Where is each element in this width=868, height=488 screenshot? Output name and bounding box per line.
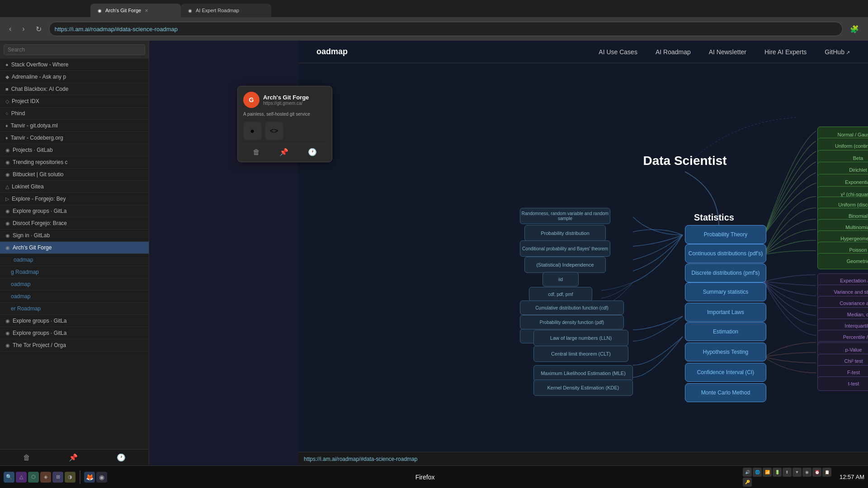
list-item[interactable]: ◉The Tor Project / Orga (0, 339, 149, 352)
list-item[interactable]: g Roadmap (0, 266, 149, 278)
node-estimation[interactable]: Estimation (685, 322, 766, 341)
list-item[interactable]: ◉Explore groups · GitLa (0, 315, 149, 327)
node-continuous-dist[interactable]: Continuous distributions (pdf's) (685, 244, 766, 263)
list-item[interactable]: ◉Bitbucket | Git solutio (0, 169, 149, 181)
node-ttest[interactable]: t-test (817, 376, 868, 391)
node-important-laws[interactable]: Important Laws (685, 303, 766, 322)
close-icon[interactable]: ✕ (145, 8, 148, 13)
node-statistical-independence[interactable]: (Statistical) Independence (524, 257, 606, 273)
tab-airoadmap[interactable]: ◉ AI Expert Roadmap (181, 4, 271, 17)
sidebar: ●Stack Overflow - Where ◆Adrenaline - As… (0, 41, 149, 465)
list-item[interactable]: ◉Explore groups · GitLa (0, 327, 149, 339)
node-prob-dist[interactable]: Probability distribution (524, 225, 606, 241)
list-item[interactable]: oadmap (0, 254, 149, 266)
tray-icon-1[interactable]: 🔊 (743, 468, 752, 477)
back-button[interactable]: ‹ (5, 23, 15, 35)
node-iid[interactable]: iid (542, 272, 579, 286)
task-icon-git[interactable]: ◉ (96, 472, 107, 483)
list-item[interactable]: ♦Tanvir - Codeberg.org (0, 132, 149, 144)
tray-icon-7[interactable]: ◉ (802, 468, 811, 477)
node-geometric[interactable]: Geometric (817, 253, 868, 269)
taskbar-icon-4[interactable]: ◈ (40, 472, 51, 483)
list-item[interactable]: oadmap (0, 278, 149, 291)
list-item[interactable]: ◇Project IDX (0, 95, 149, 108)
list-item[interactable]: ◉Disroot Forgejo: Brace (0, 217, 149, 230)
list-item[interactable]: ▷Explore - Forgejo: Bey (0, 193, 149, 205)
content-area: G Arch's Git Forge https://git.gmem.ca/ … (149, 41, 868, 465)
list-item-archgitforge[interactable]: ◉Arch's Git Forge (0, 242, 149, 254)
node-discrete-dist[interactable]: Discrete distributions (pmf's) (685, 263, 766, 282)
taskbar-icon-1[interactable]: 🔍 (4, 472, 14, 483)
taskbar-time: 12:57 AM (840, 474, 864, 480)
tray-icon-3[interactable]: 📶 (763, 468, 772, 477)
nav-roadmap[interactable]: AI Roadmap (656, 48, 691, 56)
search-input[interactable] (4, 44, 145, 55)
node-cdf[interactable]: Cumulative distribution function (cdf) (520, 300, 624, 315)
popup-history-button[interactable]: 🕐 (308, 148, 317, 156)
delete-button[interactable]: 🗑 (23, 453, 30, 462)
tab-archgitforge[interactable]: ◉ Arch's Git Forge ✕ (90, 4, 181, 17)
list-item[interactable]: ◉Sign in · GitLab (0, 230, 149, 242)
nav-hire[interactable]: Hire AI Experts (764, 48, 807, 56)
pin-button[interactable]: 📌 (69, 453, 78, 462)
node-hypothesis-testing[interactable]: Hypothesis Testing (685, 343, 766, 361)
list-item[interactable]: △Lokinet Gitea (0, 181, 149, 193)
list-item[interactable]: ◉Explore groups · GitLa (0, 205, 149, 217)
taskbar: 🔍 △ ⬡ ◈ ⊞ ◑ 🦊 ◉ Firefox 🔊 🌐 📶 🔋 ⬆ ▼ ◉ ⏰ … (0, 465, 868, 488)
nav-newsletter[interactable]: AI Newsletter (709, 48, 746, 56)
tray-icon-10[interactable]: 🔑 (743, 478, 752, 487)
popup-delete-button[interactable]: 🗑 (253, 148, 260, 156)
list-item[interactable]: ♦Tanvir - git.dotya.ml (0, 120, 149, 132)
tray-icon-9[interactable]: 📋 (822, 468, 831, 477)
tray-icon-4[interactable]: 🔋 (773, 468, 782, 477)
node-kde[interactable]: Kernel Density Estimation (KDE) (533, 380, 633, 396)
node-cdf-pdf-pmf[interactable]: cdf, pdf, pmf (529, 287, 592, 301)
popup-pin-button[interactable]: 📌 (279, 148, 288, 156)
list-item[interactable]: er Roadmap (0, 303, 149, 315)
branch-icon[interactable]: <> (265, 122, 283, 140)
list-item[interactable]: oadmap (0, 291, 149, 303)
address-bar[interactable]: https://i.am.ai/roadmap/#data-science-ro… (49, 22, 843, 36)
list-item[interactable]: ●Stack Overflow - Where (0, 59, 149, 71)
center-node: Data Scientist (640, 154, 730, 168)
site-nav-links: AI Use Cases AI Roadmap AI Newsletter Hi… (599, 48, 850, 56)
popup-url: https://git.gmem.ca/ (263, 101, 309, 106)
taskbar-icon-3[interactable]: ⬡ (28, 472, 39, 483)
node-lln[interactable]: Law of large numbers (LLN) (533, 330, 628, 346)
list-item[interactable]: ◉Projects · GitLab (0, 144, 149, 156)
popup-logo: G (243, 92, 259, 108)
history-button[interactable]: 🕐 (117, 453, 126, 462)
nav-github[interactable]: GitHub (825, 48, 850, 56)
tray-icon-2[interactable]: 🌐 (753, 468, 762, 477)
node-pdf[interactable]: Probability density function (pdf) (520, 315, 624, 329)
taskbar-icon-2[interactable]: △ (16, 472, 27, 483)
list-item[interactable]: ○Phind (0, 108, 149, 120)
node-confidence-interval[interactable]: Confidence Interval (CI) (685, 363, 766, 382)
node-summary-stats[interactable]: Summary statistics (685, 282, 766, 301)
task-icon-ff[interactable]: 🦊 (84, 472, 95, 483)
node-randomness[interactable]: Randomness, random variable and random s… (520, 208, 610, 224)
node-conditional-prob[interactable]: Conditional probability and Bayes' theor… (520, 240, 610, 257)
taskbar-right: 🔊 🌐 📶 🔋 ⬆ ▼ ◉ ⏰ 📋 🔑 12:57 AM (743, 468, 864, 487)
node-probability-theory[interactable]: Probability Theory (685, 225, 766, 244)
popup-actions: 🗑 📌 🕐 (243, 144, 326, 156)
node-mle[interactable]: Maximum Likelihood Estimation (MLE) (533, 365, 633, 381)
extensions-button[interactable]: 🧩 (846, 23, 863, 35)
code-icon[interactable]: ● (243, 122, 261, 140)
taskbar-icon-5[interactable]: ⊞ (52, 472, 63, 483)
tray-icons: 🔊 🌐 📶 🔋 ⬆ ▼ ◉ ⏰ 📋 🔑 (743, 468, 833, 487)
list-item[interactable]: ◉Trending repositories c (0, 156, 149, 169)
list-item[interactable]: ■Chat Blackbox: AI Code (0, 83, 149, 95)
node-clt[interactable]: Central limit theorem (CLT) (533, 346, 628, 362)
address-text: https://i.am.ai/roadmap/#data-science-ro… (55, 26, 178, 33)
reload-button[interactable]: ↻ (32, 23, 45, 35)
list-item[interactable]: ◆Adrenaline - Ask any p (0, 71, 149, 83)
tray-icon-6[interactable]: ▼ (793, 468, 802, 477)
forward-button[interactable]: › (19, 23, 28, 35)
tray-icon-8[interactable]: ⏰ (812, 468, 821, 477)
taskbar-icon-6[interactable]: ◑ (65, 472, 75, 483)
tray-icon-5[interactable]: ⬆ (783, 468, 792, 477)
nav-usecases[interactable]: AI Use Cases (599, 48, 637, 56)
node-monte-carlo[interactable]: Monte Carlo Method (685, 383, 766, 402)
taskbar-quick-launch: 🦊 ◉ (84, 472, 107, 483)
